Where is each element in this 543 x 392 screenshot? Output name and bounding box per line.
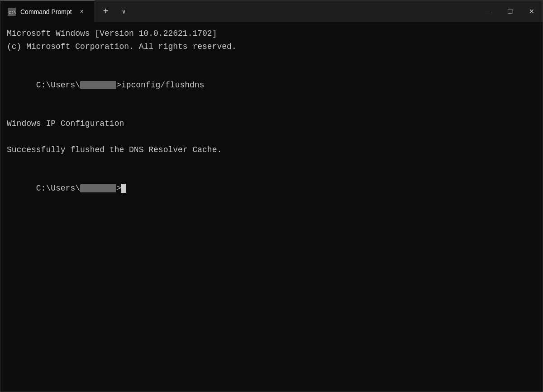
- window-controls: — ☐ ✕: [477, 0, 543, 22]
- blank-line-4: [7, 157, 536, 169]
- blank-line-1: [7, 54, 536, 66]
- titlebar: C:\ Command Prompt × + ∨ — ☐ ✕: [0, 0, 543, 22]
- terminal-output[interactable]: Microsoft Windows [Version 10.0.22621.17…: [0, 22, 543, 392]
- tab-dropdown-button[interactable]: ∨: [117, 0, 131, 22]
- tab-area: C:\ Command Prompt × + ∨: [0, 0, 477, 22]
- prompt-prefix-1: C:\Users\: [36, 81, 80, 90]
- output-line-2: (c) Microsoft Corporation. All rights re…: [7, 41, 536, 53]
- tab-controls: + ∨: [95, 0, 131, 22]
- terminal-window: C:\ Command Prompt × + ∨ — ☐ ✕ Microsoft…: [0, 0, 543, 392]
- prompt-line: C:\Users\>: [7, 170, 536, 207]
- command-line: C:\Users\>ipconfig/flushdns: [7, 67, 536, 104]
- prompt-arrow: >: [116, 184, 121, 193]
- blank-line-2: [7, 105, 536, 117]
- close-button[interactable]: ✕: [521, 0, 543, 22]
- minimize-button[interactable]: —: [477, 0, 499, 22]
- new-tab-button[interactable]: +: [95, 0, 117, 22]
- output-line-1: Microsoft Windows [Version 10.0.22621.17…: [7, 28, 536, 40]
- cmd-icon: C:\: [8, 8, 16, 16]
- output-line-4: Successfully flushed the DNS Resolver Ca…: [7, 144, 536, 156]
- active-tab[interactable]: C:\ Command Prompt ×: [0, 0, 95, 22]
- output-line-3: Windows IP Configuration: [7, 118, 536, 130]
- maximize-button[interactable]: ☐: [499, 0, 521, 22]
- svg-text:C:\: C:\: [9, 10, 16, 15]
- tab-title: Command Prompt: [20, 8, 72, 15]
- blank-line-3: [7, 131, 536, 143]
- redacted-username-2: [80, 184, 116, 192]
- redacted-username-1: [80, 81, 116, 89]
- tab-close-button[interactable]: ×: [76, 6, 87, 17]
- cursor-block: [121, 184, 126, 193]
- command-text: >ipconfig/flushdns: [116, 81, 204, 90]
- prompt-prefix-2: C:\Users\: [36, 184, 80, 193]
